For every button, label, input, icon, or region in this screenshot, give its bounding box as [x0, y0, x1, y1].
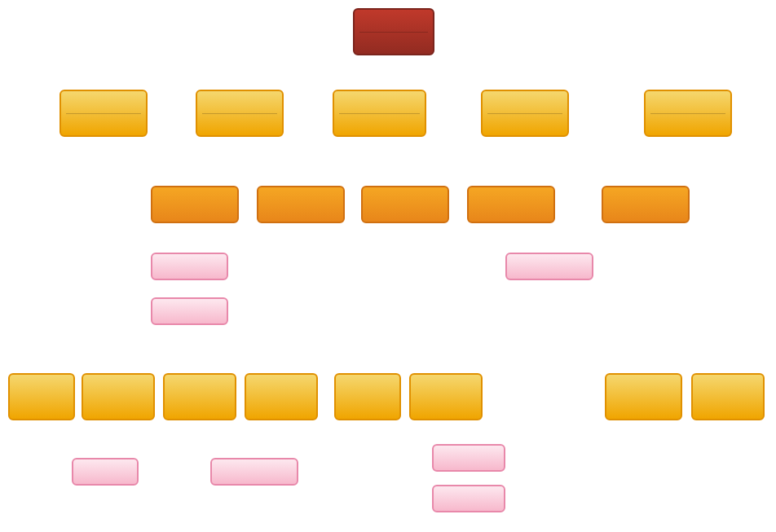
- node-foodserv[interactable]: [409, 373, 483, 420]
- node-operations[interactable]: [334, 373, 401, 420]
- node-foundations[interactable]: [151, 253, 228, 280]
- node-transportation[interactable]: [432, 485, 505, 512]
- node-infotech[interactable]: [605, 373, 682, 420]
- node-capital[interactable]: [151, 186, 239, 223]
- org-chart: [0, 0, 776, 16]
- node-inventory[interactable]: [72, 458, 139, 486]
- node-training[interactable]: [8, 373, 75, 420]
- node-special[interactable]: [151, 297, 228, 325]
- node-product[interactable]: [210, 458, 298, 486]
- node-facilities[interactable]: [163, 373, 236, 420]
- node-ceo[interactable]: [353, 8, 434, 55]
- node-thomas[interactable]: [481, 90, 569, 137]
- node-james[interactable]: [60, 90, 148, 137]
- node-robert[interactable]: [333, 90, 426, 137]
- ceo-title: [359, 32, 428, 35]
- node-michael[interactable]: [644, 90, 732, 137]
- node-foodres[interactable]: [602, 186, 690, 223]
- node-warehouse[interactable]: [432, 444, 505, 472]
- node-accounting[interactable]: [691, 373, 765, 420]
- node-volunteer[interactable]: [467, 186, 555, 223]
- node-agency[interactable]: [82, 373, 155, 420]
- node-joseph[interactable]: [196, 90, 284, 137]
- node-nutrition[interactable]: [245, 373, 318, 420]
- node-corporate[interactable]: [505, 253, 593, 280]
- node-individual[interactable]: [361, 186, 449, 223]
- node-director[interactable]: [257, 186, 345, 223]
